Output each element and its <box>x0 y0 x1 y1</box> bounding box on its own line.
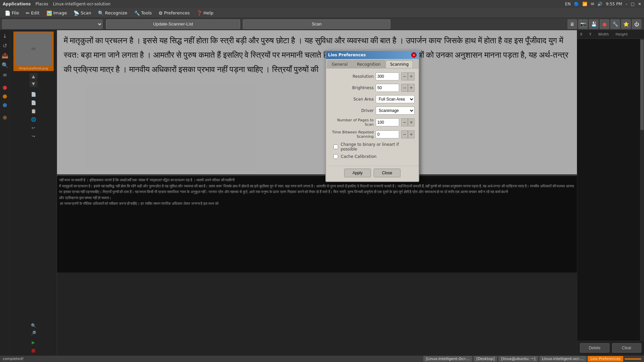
places-menu[interactable]: Places <box>36 2 48 6</box>
preferences-icon: ⚙️ <box>159 10 163 16</box>
time-between-stepper: − + <box>401 130 415 138</box>
time-between-input[interactable] <box>376 130 399 138</box>
taskbar-ocr[interactable]: Linux-intelligent-ocr-... <box>539 356 586 362</box>
scan-area-select[interactable]: Full Scan Area Custom Area <box>376 95 415 103</box>
menu-scan[interactable]: 📡 Scan <box>71 9 94 17</box>
camera-icon-btn[interactable]: 📷 <box>578 19 588 29</box>
checkbox1-row: Change to binary or lineart if possible <box>330 142 415 152</box>
file-save-btn[interactable]: 💾 <box>589 19 598 29</box>
window-maximize[interactable]: □ <box>631 2 635 6</box>
recognize-icon: 🔍 <box>98 10 104 16</box>
menu-edit[interactable]: ✏️ Edit <box>23 9 42 17</box>
num-pages-row: Number of Pages to Scan − + <box>330 118 415 127</box>
num-pages-minus[interactable]: − <box>401 118 408 126</box>
status-message: completed! <box>3 357 24 361</box>
right-toolbar-icons: 🖥 📷 💾 ● 🔧 ⭐ ⏻ <box>568 19 644 29</box>
num-pages-plus[interactable]: + <box>408 118 415 126</box>
scan-area-label: Scan Area <box>330 97 374 102</box>
scan-area-row: Scan Area Full Scan Area Custom Area <box>330 95 415 103</box>
driver-label: Driver <box>330 108 374 113</box>
toolbar: Update-Scanner-List Scan 🖥 📷 💾 ● 🔧 ⭐ ⏻ <box>0 18 644 30</box>
scan-btn[interactable]: Scan <box>243 19 390 29</box>
prefs-close-btn[interactable]: ✕ <box>411 52 417 58</box>
num-pages-stepper: − + <box>401 118 415 126</box>
menu-preferences[interactable]: ⚙️ Preferences <box>156 9 193 17</box>
system-bar: Applications Places Linux-intelligent-oc… <box>0 0 644 8</box>
apply-button[interactable]: Apply <box>344 169 371 177</box>
resolution-input[interactable] <box>376 72 399 80</box>
brightness-label: Brightness <box>330 85 374 90</box>
prefs-footer: Apply Close <box>326 166 419 181</box>
tab-scanning[interactable]: Scanning <box>386 60 413 68</box>
tab-general[interactable]: General <box>327 60 352 68</box>
tools-icon: 🔧 <box>134 10 140 16</box>
taskbar-lios[interactable]: [Linux-Intelligent-Ocr-... <box>423 356 473 362</box>
taskbar-desktop[interactable]: [Desktop] <box>474 356 497 362</box>
file-icon: 📄 <box>5 10 10 16</box>
taskbar: [Linux-Intelligent-Ocr-... [Desktop] [li… <box>423 356 641 362</box>
applications-menu[interactable]: Applications <box>3 2 31 6</box>
menu-image-label: Image <box>53 10 67 15</box>
menu-recognize-label: Recognize <box>105 10 127 15</box>
taskbar-prefs[interactable]: Lios Preferences <box>588 356 623 362</box>
edit-icon: ✏️ <box>26 10 30 16</box>
resolution-minus[interactable]: − <box>401 72 408 80</box>
num-pages-label: Number of Pages to Scan <box>330 118 374 127</box>
checkbox2-row: Cache Calibration <box>330 154 415 159</box>
menu-file-label: File <box>12 10 19 15</box>
clock: 9:55 PM <box>606 2 622 6</box>
brightness-minus[interactable]: − <box>401 84 408 92</box>
status-bar: completed! [Linux-Intelligent-Ocr-... [D… <box>0 355 644 362</box>
tab-recognition[interactable]: Recognition <box>353 60 385 68</box>
menu-tools[interactable]: 🔧 Tools <box>131 9 155 17</box>
resolution-label: Resolution <box>330 74 374 79</box>
close-button[interactable]: Close <box>374 169 400 177</box>
red-dot-btn[interactable]: ● <box>600 19 609 29</box>
sound-icon: 🔊 <box>597 2 602 6</box>
num-pages-input[interactable] <box>376 118 399 126</box>
menu-help[interactable]: ❓ Help <box>194 9 216 17</box>
scanner-select[interactable] <box>2 19 103 29</box>
power-icon-btn[interactable]: ⏻ <box>632 19 641 29</box>
binary-checkbox[interactable] <box>333 144 338 149</box>
resolution-stepper: − + <box>401 72 415 80</box>
app-menubar: 📄 File ✏️ Edit 🖼️ Image 📡 Scan 🔍 Recogni… <box>0 8 644 18</box>
menu-scan-label: Scan <box>80 10 91 15</box>
modal-overlay: Lios Preferences ✕ General Recognition S… <box>0 30 644 355</box>
brightness-stepper: − + <box>401 84 415 92</box>
update-scanner-btn[interactable]: Update-Scanner-List <box>106 19 240 29</box>
driver-row: Driver Scanimage SANE <box>330 107 415 115</box>
cache-checkbox[interactable] <box>333 154 338 159</box>
image-icon: 🖼️ <box>46 10 52 16</box>
window-close[interactable]: ✕ <box>638 2 641 6</box>
keyboard-indicator: EN <box>565 2 571 6</box>
monitor-icon-btn[interactable]: 🖥 <box>568 19 577 29</box>
taskbar-terminal[interactable]: [linux@ubuntu: ~] <box>498 356 538 362</box>
prefs-title-bar: Lios Preferences ✕ <box>326 51 419 59</box>
menu-recognize[interactable]: 🔍 Recognize <box>95 9 130 17</box>
brightness-input[interactable] <box>376 84 399 92</box>
bluetooth-icon: 🔵 <box>574 2 579 6</box>
brightness-row: Brightness − + <box>330 84 415 92</box>
menu-help-label: Help <box>204 10 214 15</box>
menu-image[interactable]: 🖼️ Image <box>44 9 70 17</box>
resolution-plus[interactable]: + <box>408 72 415 80</box>
menu-tools-label: Tools <box>141 10 152 15</box>
window-minimize[interactable]: – <box>626 2 628 6</box>
binary-checkbox-label: Change to binary or lineart if possible <box>341 142 415 152</box>
window-title: Linux-intelligent-ocr-solution <box>53 2 111 6</box>
star-icon-btn[interactable]: ⭐ <box>621 19 631 29</box>
menu-preferences-label: Preferences <box>164 10 190 15</box>
prefs-title: Lios Preferences <box>328 53 366 57</box>
brightness-plus[interactable]: + <box>408 84 415 92</box>
help-icon: ❓ <box>197 10 202 16</box>
time-between-minus[interactable]: − <box>401 130 408 138</box>
cache-checkbox-label: Cache Calibration <box>341 154 376 159</box>
taskbar-extra[interactable] <box>625 358 641 360</box>
time-between-plus[interactable]: + <box>408 130 415 138</box>
wrench-icon-btn[interactable]: 🔧 <box>610 19 620 29</box>
menu-edit-label: Edit <box>31 10 40 15</box>
driver-select[interactable]: Scanimage SANE <box>376 107 415 115</box>
scan-menu-icon: 📡 <box>73 10 79 16</box>
menu-file[interactable]: 📄 File <box>2 9 22 17</box>
